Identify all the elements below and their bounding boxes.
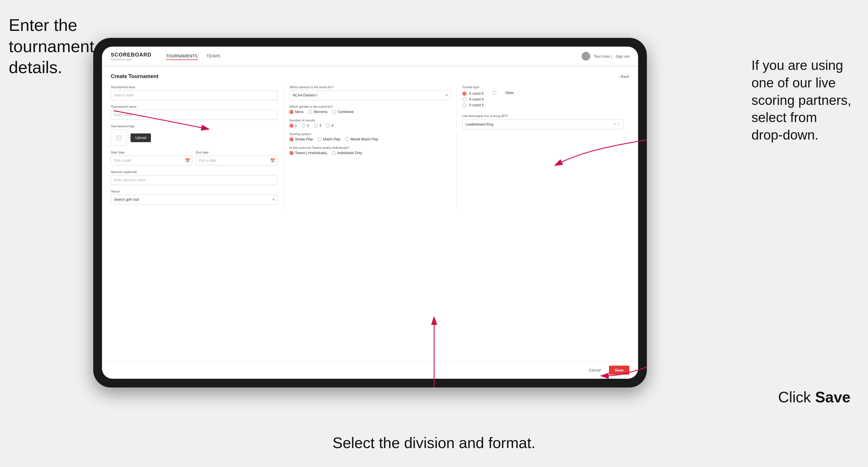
live-scoring-label: Use third-party live scoring API?: [462, 114, 624, 118]
page-header: Create Tournament Back: [111, 73, 629, 80]
gender-radio-group: Mens Womens Combined: [289, 110, 450, 114]
gender-mens[interactable]: Mens: [289, 110, 303, 114]
upload-button[interactable]: Upload: [130, 133, 151, 142]
scoring-group: Scoring system Stroke Play Match Play: [289, 132, 450, 141]
format-type-container: 5 count 4 6 count 4 6 count 5: [462, 90, 624, 107]
sponsor-label: Sponsor (optional): [111, 170, 277, 174]
scoring-match[interactable]: Match Play: [318, 137, 340, 141]
rounds-radio-group: 1 2 3: [289, 124, 450, 128]
logo-upload-area: Upload: [111, 130, 277, 146]
form-footer: Cancel Save: [102, 361, 638, 379]
format-6count5-radio[interactable]: [462, 103, 466, 107]
gender-label: Which gender is the event for?: [289, 105, 450, 108]
tournament-name-label: Tournament name: [111, 105, 277, 108]
venue-select[interactable]: Search golf club: [111, 195, 277, 205]
format-5count4-radio[interactable]: [462, 91, 466, 96]
end-date-group: End date 📅: [196, 151, 277, 165]
scoring-match-radio[interactable]: [318, 137, 322, 141]
round-4-radio[interactable]: [326, 124, 330, 128]
tournament-name-input[interactable]: [111, 110, 277, 120]
tournament-host-group: Tournament Host: [111, 85, 277, 100]
rounds-label: Number of rounds: [289, 119, 450, 122]
format-6count4[interactable]: 6 count 4: [462, 97, 484, 101]
sponsor-group: Sponsor (optional): [111, 170, 277, 185]
user-avatar: [582, 52, 590, 61]
scoring-medal-match[interactable]: Medal Match Play: [345, 137, 378, 141]
live-scoring-input[interactable]: Leaderboard King × ⌃: [462, 119, 624, 129]
tablet: SCOREBOARD Powered by clippit TOURNAMENT…: [93, 38, 647, 387]
start-date-wrap: 📅: [111, 156, 192, 165]
signout-link[interactable]: Sign out: [615, 54, 629, 59]
tournament-name-group: Tournament name: [111, 105, 277, 120]
round-2-radio[interactable]: [302, 124, 306, 128]
format-other-row: Other: [492, 90, 514, 107]
start-date-input[interactable]: [111, 156, 192, 165]
division-select[interactable]: NCAA Division I: [289, 90, 450, 100]
brand-logo: SCOREBOARD Powered by clippit: [111, 52, 152, 61]
start-date-group: Start date 📅: [111, 151, 192, 165]
live-scoring-caret[interactable]: ⌃: [617, 122, 620, 126]
scoring-stroke[interactable]: Stroke Play: [289, 137, 313, 141]
user-text: Test User |: [594, 54, 612, 59]
gender-group: Which gender is the event for? Mens Wome…: [289, 105, 450, 114]
format-6count4-label: 6 count 4: [469, 97, 484, 101]
round-2[interactable]: 2: [302, 124, 309, 128]
round-4[interactable]: 4: [326, 124, 333, 128]
format-6count5[interactable]: 6 count 5: [462, 103, 484, 107]
venue-label: Venue: [111, 190, 277, 193]
top-right-annotation: If you are using one of our live scoring…: [751, 57, 865, 144]
nav-teams[interactable]: TEAMS: [206, 53, 220, 60]
cancel-button[interactable]: Cancel: [584, 366, 605, 375]
division-label: Which division is the event for?: [289, 85, 450, 89]
format-5count4[interactable]: 5 count 4: [462, 91, 484, 96]
tournament-host-label: Tournament Host: [111, 85, 277, 89]
gender-womens-radio[interactable]: [308, 110, 312, 114]
teams-plus-individuals[interactable]: Teams (+Individuals): [289, 151, 327, 155]
form-grid: Tournament Host Tournament name Tourname…: [111, 85, 629, 209]
svg-point-1: [118, 137, 119, 137]
logo-placeholder: [111, 130, 127, 146]
live-scoring-value: Leaderboard King: [466, 122, 614, 126]
teams-label: Is this event for Teams and/or Individua…: [289, 146, 450, 150]
live-scoring-group: Use third-party live scoring API? Leader…: [462, 114, 624, 129]
bottom-center-annotation: Select the division and format.: [333, 434, 535, 453]
date-fields: Start date 📅 End date 📅: [111, 151, 277, 165]
top-left-annotation: Enter the tournament details.: [9, 14, 94, 78]
end-date-label: End date: [196, 151, 277, 154]
form-left-col: Tournament Host Tournament name Tourname…: [111, 85, 283, 209]
scoring-stroke-radio[interactable]: [289, 137, 293, 141]
teams-plus-radio[interactable]: [289, 151, 293, 155]
rounds-group: Number of rounds 1 2: [289, 119, 450, 128]
scoring-label: Scoring system: [289, 132, 450, 136]
live-scoring-clear[interactable]: ×: [614, 122, 616, 126]
back-link[interactable]: Back: [619, 74, 629, 79]
round-3[interactable]: 3: [314, 124, 321, 128]
gender-womens[interactable]: Womens: [308, 110, 328, 114]
format-6count4-radio[interactable]: [462, 97, 466, 101]
sponsor-input[interactable]: [111, 175, 277, 185]
format-6count5-label: 6 count 5: [469, 103, 484, 107]
brand-sub: Powered by clippit: [111, 58, 152, 61]
format-other-label: Other: [505, 91, 514, 95]
round-1-radio[interactable]: [289, 124, 293, 128]
end-date-input[interactable]: [196, 156, 277, 165]
form-right-col: Format type 5 count 4 6 count: [457, 85, 629, 209]
round-1[interactable]: 1: [289, 124, 297, 128]
format-options-list: 5 count 4 6 count 4 6 count 5: [462, 91, 484, 107]
nav-tournaments[interactable]: TOURNAMENTS: [166, 53, 197, 60]
round-3-radio[interactable]: [314, 124, 318, 128]
tournament-host-input[interactable]: [111, 90, 277, 100]
save-button[interactable]: Save: [609, 366, 629, 375]
start-date-label: Start date: [111, 151, 192, 154]
individuals-only-radio[interactable]: [332, 151, 336, 155]
gender-combined[interactable]: Combined: [332, 110, 354, 114]
format-5count4-label: 5 count 4: [469, 91, 484, 96]
end-date-wrap: 📅: [196, 156, 277, 165]
venue-group: Venue Search golf club: [111, 190, 277, 205]
gender-combined-radio[interactable]: [332, 110, 336, 114]
format-other-radio[interactable]: [492, 91, 496, 95]
scoring-medal-radio[interactable]: [345, 137, 349, 141]
gender-mens-radio[interactable]: [289, 110, 293, 114]
calendar-icon-end: 📅: [270, 158, 275, 163]
individuals-only[interactable]: Individuals Only: [332, 151, 362, 155]
